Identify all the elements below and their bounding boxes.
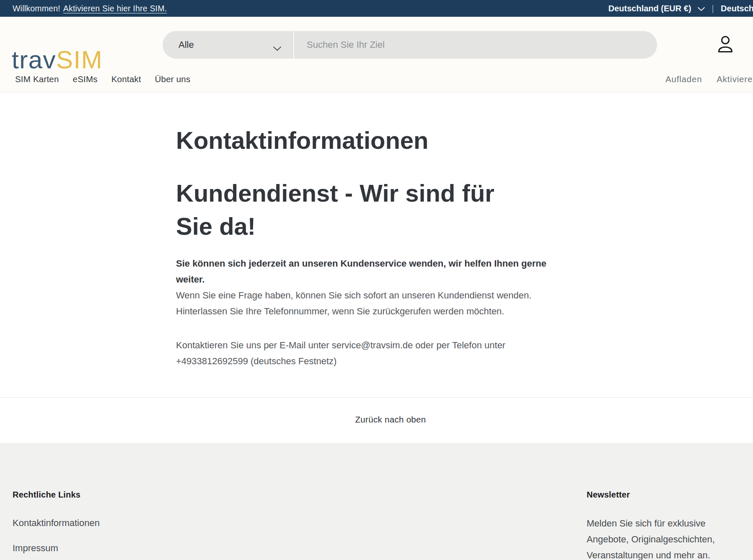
contact-text-block: Sie können sich jederzeit an unseren Kun… xyxy=(176,256,574,369)
intro-paragraph: Wenn Sie eine Frage haben, können Sie si… xyxy=(176,288,574,319)
welcome-message: Willkommen! Aktivieren Sie hier Ihre SIM… xyxy=(13,0,167,17)
announcement-bar: Willkommen! Aktivieren Sie hier Ihre SIM… xyxy=(0,0,753,17)
search-bar: Alle xyxy=(163,31,657,59)
logo-text-trav: trav xyxy=(12,46,56,74)
language-selector[interactable]: Deutsch xyxy=(721,4,753,13)
site-header: travSIM Alle SIM Karten eSIMs Kontakt Üb… xyxy=(0,17,753,92)
nav-item-ueber-uns[interactable]: Über uns xyxy=(155,74,191,84)
newsletter-heading: Newsletter xyxy=(587,490,630,500)
newsletter-description: Melden Sie sich für exklusive Angebote, … xyxy=(587,516,737,560)
page-subtitle: Kundendienst - Wir sind für Sie da! xyxy=(176,176,520,243)
back-to-top-section: Zurück nach oben xyxy=(0,415,753,425)
country-currency-label: Deutschland (EUR €) xyxy=(608,4,691,13)
search-category-value: Alle xyxy=(179,39,194,50)
footer-link-impressum[interactable]: Impressum xyxy=(13,543,58,554)
chevron-down-icon xyxy=(273,43,282,54)
footer-link-kontaktinformationen[interactable]: Kontaktinformationen xyxy=(13,518,100,529)
secondary-navigation: Aufladen Aktivieren xyxy=(665,74,753,84)
search-input[interactable] xyxy=(294,31,657,59)
nav-item-esims[interactable]: eSIMs xyxy=(73,74,98,84)
page-title: Kontaktinformationen xyxy=(176,126,429,155)
intro-bold-paragraph: Sie können sich jederzeit an unseren Kun… xyxy=(176,256,574,288)
travsim-logo[interactable]: travSIM xyxy=(12,46,103,74)
welcome-text: Willkommen! xyxy=(13,4,60,13)
site-footer: Rechtliche Links Kontaktinformationen Im… xyxy=(0,443,753,560)
locale-controls: Deutschland (EUR €) | Deutsch xyxy=(608,0,753,17)
account-button[interactable] xyxy=(714,34,736,56)
nav-item-sim-karten[interactable]: SIM Karten xyxy=(15,74,59,84)
legal-links-heading: Rechtliche Links xyxy=(13,490,80,500)
contact-details-paragraph: Kontaktieren Sie uns per E-Mail unter se… xyxy=(176,337,574,369)
user-icon xyxy=(715,50,736,56)
nav-item-aktivieren[interactable]: Aktivieren xyxy=(717,74,753,84)
main-navigation: SIM Karten eSIMs Kontakt Über uns xyxy=(15,74,190,84)
nav-item-kontakt[interactable]: Kontakt xyxy=(111,74,141,84)
chevron-down-icon xyxy=(697,4,705,13)
topbar-separator: | xyxy=(712,4,714,13)
section-divider xyxy=(0,397,753,398)
nav-item-aufladen[interactable]: Aufladen xyxy=(665,74,702,84)
country-currency-selector[interactable]: Deutschland (EUR €) xyxy=(608,4,705,13)
back-to-top-link[interactable]: Zurück nach oben xyxy=(355,415,426,424)
logo-text-sim: SIM xyxy=(56,46,103,74)
activate-sim-link[interactable]: Aktivieren Sie hier Ihre SIM. xyxy=(63,4,167,13)
search-category-select[interactable]: Alle xyxy=(163,31,293,59)
